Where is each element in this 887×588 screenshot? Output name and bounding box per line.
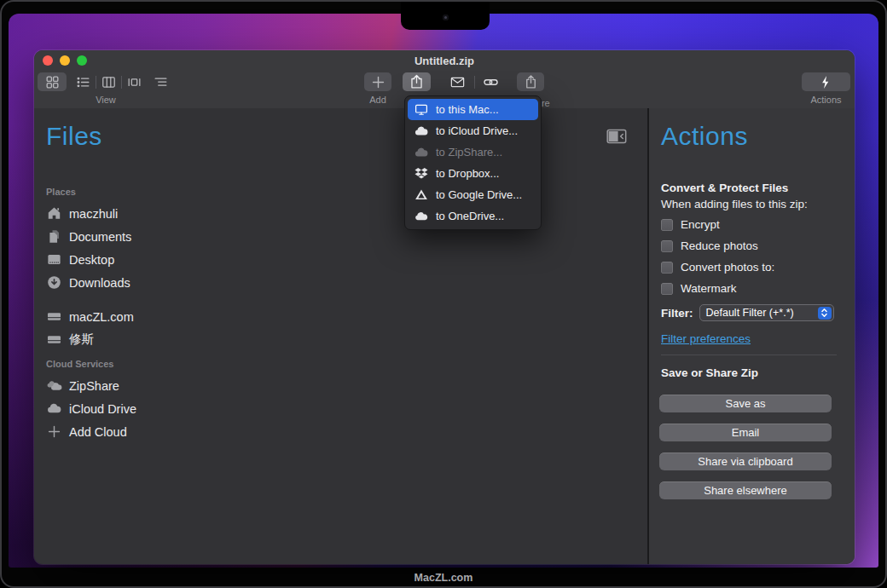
- gallery-view-icon[interactable]: [126, 74, 142, 90]
- checkbox-row-watermark: Watermark: [661, 278, 845, 299]
- filter-row: Filter: Default Filter (+*.*): [661, 304, 845, 321]
- sidebar-item-label: ZipShare: [69, 379, 119, 393]
- share-destination-menu: to this Mac...to iCloud Drive...to ZipSh…: [404, 95, 542, 230]
- filter-select-value: Default Filter (+*.*): [706, 307, 794, 319]
- menu-item-label: to Google Drive...: [436, 188, 522, 201]
- save-as-button[interactable]: Save as: [659, 395, 832, 412]
- filter-label: Filter:: [661, 307, 693, 320]
- view-group-label: View: [38, 95, 174, 105]
- minimize-button[interactable]: [60, 55, 70, 66]
- checkbox-row-convert-photos-to: Convert photos to:: [661, 257, 845, 278]
- sidebar-item-maczhuli[interactable]: maczhuli: [46, 202, 136, 225]
- filter-select[interactable]: Default Filter (+*.*): [699, 304, 834, 321]
- sidebar-item-add-cloud[interactable]: Add Cloud: [46, 420, 136, 443]
- checkbox-label: Watermark: [681, 282, 737, 295]
- menu-item-to-dropbox[interactable]: to Dropbox...: [408, 163, 538, 184]
- sidebar-list: PlacesmaczhuliDocumentsDesktopDownloadsm…: [46, 187, 136, 443]
- list-view-icon[interactable]: [75, 74, 91, 90]
- menu-item-label: to iCloud Drive...: [436, 124, 518, 137]
- checkbox-list: EncryptReduce photosConvert photos to:Wa…: [661, 214, 845, 299]
- share-button[interactable]: [517, 72, 544, 91]
- drive-icon: [46, 331, 62, 348]
- share-elsewhere-button[interactable]: Share elsewhere: [659, 481, 832, 499]
- dropbox-icon: [414, 166, 429, 182]
- sidebar-item-desktop[interactable]: Desktop: [46, 248, 136, 271]
- plus-icon: [46, 424, 62, 440]
- checkbox-watermark[interactable]: [661, 283, 673, 295]
- convert-heading: Convert & Protect Files: [661, 180, 845, 196]
- action-buttons: Save asEmailShare via clipboardShare els…: [659, 395, 845, 499]
- bezel-watermark: MacZL.com: [2, 572, 885, 584]
- googledrive-icon: [414, 187, 429, 203]
- actions-title: Actions: [661, 122, 748, 151]
- checkbox-convert-photos-to[interactable]: [661, 262, 673, 274]
- grid-view-button[interactable]: [38, 72, 67, 91]
- share-icon: [523, 74, 539, 90]
- checkbox-encrypt[interactable]: [661, 219, 673, 231]
- save-share-heading: Save or Share Zip: [661, 365, 845, 381]
- traffic-lights: [43, 55, 87, 66]
- menu-item-to-this-mac[interactable]: to this Mac...: [408, 99, 538, 120]
- outline-view-icon[interactable]: [153, 74, 169, 90]
- add-group-label: Add: [364, 95, 391, 105]
- convert-subheading: When adding files to this zip:: [661, 196, 845, 212]
- menu-item-label: to this Mac...: [436, 103, 499, 116]
- menu-item-to-google-drive[interactable]: to Google Drive...: [408, 184, 538, 205]
- sidebar-item-label: macZL.com: [69, 310, 134, 324]
- sidebar-item-maczl-com[interactable]: macZL.com: [46, 305, 136, 328]
- actions-group: Actions: [802, 72, 850, 105]
- sidebar-item-label: iCloud Drive: [69, 402, 136, 416]
- checkbox-row-encrypt: Encrypt: [661, 214, 845, 235]
- sidebar-item-icloud-drive[interactable]: iCloud Drive: [46, 397, 136, 420]
- cloud-icon: [414, 124, 429, 139]
- view-group: View: [38, 72, 205, 105]
- sidebar-item-修斯[interactable]: 修斯: [46, 328, 136, 351]
- envelope-icon[interactable]: [449, 74, 466, 90]
- camera-icon: [443, 14, 449, 20]
- drive-icon: [46, 308, 62, 325]
- actions-panel: Actions Convert & Protect Files When add…: [649, 108, 855, 564]
- cloud-icon: [46, 401, 62, 417]
- add-button[interactable]: [364, 72, 391, 91]
- onedrive-icon: [414, 209, 429, 224]
- files-panel: Files PlacesmaczhuliDocumentsDesktopDown…: [34, 108, 647, 564]
- sidebar-item-label: Documents: [69, 230, 131, 244]
- zoom-button[interactable]: [77, 55, 87, 66]
- email-button[interactable]: Email: [659, 424, 832, 441]
- sidebar-item-label: Desktop: [69, 253, 114, 267]
- sidebar-item-label: Add Cloud: [69, 425, 127, 439]
- share-via-clipboard-button[interactable]: Share via clipboard: [659, 453, 832, 470]
- downloads-icon: [46, 274, 62, 291]
- actions-button[interactable]: [802, 72, 850, 91]
- menu-item-to-icloud-drive[interactable]: to iCloud Drive...: [408, 120, 538, 141]
- toolbar-separator: [96, 76, 96, 89]
- filter-preferences-link[interactable]: Filter preferences: [661, 332, 751, 345]
- menu-item-to-onedrive[interactable]: to OneDrive...: [408, 205, 538, 227]
- link-icon[interactable]: [483, 74, 499, 90]
- menu-item-label: to OneDrive...: [436, 210, 504, 222]
- section-divider: [661, 355, 837, 355]
- grid-view-icon: [44, 74, 61, 90]
- display-notch: [401, 2, 490, 30]
- collapse-panel-button[interactable]: [606, 128, 627, 144]
- plus-icon: [370, 74, 386, 90]
- stepper-icon: [818, 307, 832, 320]
- columns-view-icon[interactable]: [101, 74, 117, 90]
- close-button[interactable]: [43, 55, 53, 66]
- sidebar-item-zipshare[interactable]: ZipShare: [46, 374, 136, 397]
- toolbar-separator: [474, 76, 475, 89]
- checkbox-reduce-photos[interactable]: [661, 240, 673, 252]
- sidebar-item-downloads[interactable]: Downloads: [46, 271, 136, 294]
- checkbox-row-reduce-photos: Reduce photos: [661, 235, 845, 257]
- save-button[interactable]: [403, 72, 431, 91]
- menu-item-to-zipshare[interactable]: to ZipShare...: [408, 141, 538, 163]
- sidebar-section-label: Cloud Services: [46, 359, 136, 370]
- export-icon: [409, 74, 425, 90]
- checkbox-label: Convert photos to:: [681, 261, 774, 274]
- actions-flow: Convert & Protect Files When adding file…: [659, 180, 845, 510]
- sidebar-section: macZL.com修斯: [46, 305, 136, 351]
- documents-icon: [46, 228, 62, 245]
- sidebar-item-documents[interactable]: Documents: [46, 225, 136, 248]
- cloud-icon: [414, 145, 429, 160]
- display-icon: [414, 102, 429, 118]
